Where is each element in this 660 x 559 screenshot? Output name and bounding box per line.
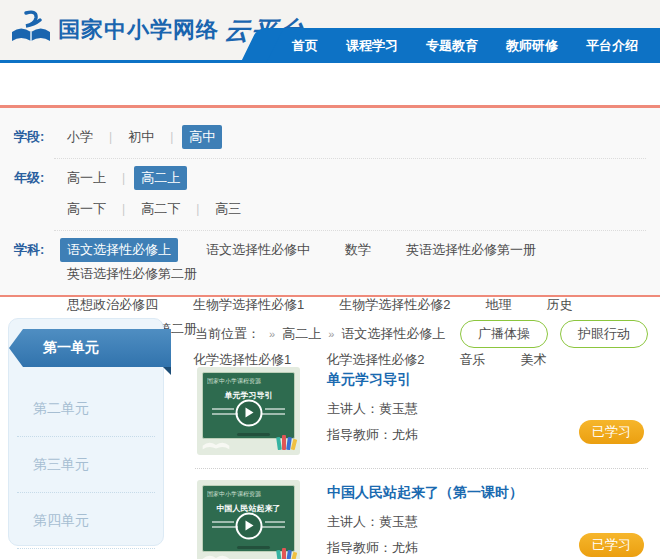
subject-options-line1: | 语文选择性必修上 | 语文选择性必修中 | 数学	[60, 238, 646, 286]
nav-item[interactable]: 课程学习	[332, 37, 412, 55]
sidebar-unit-item[interactable]: 第四单元	[17, 493, 155, 549]
lecturer-name: 黄玉慧	[379, 514, 418, 529]
grade-options-line1: | 高一上 | 高二上	[60, 166, 646, 190]
chalk-text-line	[212, 408, 234, 410]
subject-option: | 英语选择性必修第二册	[60, 262, 204, 286]
nav-item[interactable]: 教师研修	[492, 37, 572, 55]
unit-label: 第二单元	[33, 400, 89, 418]
subject-option: | 生物学选择性必修1	[186, 293, 311, 317]
subject-chip[interactable]: 数学	[338, 238, 378, 262]
subject-option: | 思想政治必修四	[60, 293, 165, 317]
subject-chip[interactable]: 英语选择性必修第二册	[60, 262, 204, 286]
action-pill-button[interactable]: 广播体操	[460, 320, 548, 348]
stage-chip[interactable]: 小学	[60, 125, 100, 149]
breadcrumb-arrow: »	[269, 328, 275, 340]
subject-option: | 生物学选择性必修2	[332, 293, 457, 317]
play-icon[interactable]	[235, 399, 262, 426]
video-advisor: 指导教师：尤炜	[327, 535, 523, 559]
video-list: 国家中小学课程资源 单元学习导引	[195, 356, 648, 559]
subject-chip[interactable]: 生物学选择性必修2	[332, 293, 457, 317]
video-info: 中国人民站起来了（第一课时） 主讲人：黄玉慧 指导教师：尤炜	[327, 480, 523, 559]
video-title[interactable]: 中国人民站起来了（第一课时）	[327, 484, 523, 502]
unit-label: 第三单元	[33, 456, 89, 474]
pipe-divider: |	[170, 130, 173, 144]
nav-item[interactable]: 首页	[278, 37, 332, 55]
stage-chip[interactable]: 高中	[182, 125, 222, 149]
thumb-header-text: 国家中小学课程资源	[207, 377, 290, 386]
chalk-text-line	[265, 408, 285, 410]
advisor-name: 尤炜	[392, 427, 418, 442]
subject-chip[interactable]: 历史	[539, 293, 579, 317]
chalk-text-line	[265, 521, 285, 523]
grade-option: | 高三	[187, 197, 248, 221]
subject-option: | 地理	[478, 293, 518, 317]
video-info: 单元学习导引 主讲人：黄玉慧 指导教师：尤炜	[327, 367, 418, 455]
pipe-divider: |	[196, 202, 199, 216]
chalk-tray	[237, 546, 270, 549]
action-pill-button[interactable]: 护眼行动	[560, 320, 648, 348]
advisor-label: 指导教师：	[327, 427, 392, 442]
nav-item[interactable]: 平台介绍	[572, 37, 652, 55]
advisor-name: 尤炜	[392, 540, 418, 555]
grade-chip[interactable]: 高一上	[60, 166, 113, 190]
stage-option: | 初中	[100, 125, 161, 149]
main-content: 当前位置： » 高二上 » 语文选择性必修上 广播体操 护眼行动	[195, 320, 648, 559]
stage-chip[interactable]: 初中	[121, 125, 161, 149]
lecturer-name: 黄玉慧	[379, 401, 418, 416]
chalk-text-line	[212, 521, 234, 523]
subject-option: | 语文选择性必修上	[60, 238, 178, 262]
breadcrumb-item[interactable]: 语文选择性必修上	[341, 325, 445, 343]
video-lecturer: 主讲人：黄玉慧	[327, 509, 523, 535]
play-icon[interactable]	[235, 512, 262, 539]
subject-label: 学科:	[14, 238, 60, 259]
chalk-tray	[237, 433, 270, 436]
video-thumbnail[interactable]: 国家中小学课程资源 单元学习导引	[197, 367, 300, 455]
video-thumbnail[interactable]: 国家中小学课程资源 中国人民站起来了	[197, 480, 300, 559]
grade-chip[interactable]: 高一下	[60, 197, 113, 221]
video-advisor: 指导教师：尤炜	[327, 422, 418, 448]
video-lecturer: 主讲人：黄玉慧	[327, 396, 418, 422]
grade-chip[interactable]: 高三	[208, 197, 248, 221]
nav-item[interactable]: 专题教育	[412, 37, 492, 55]
pipe-divider: |	[109, 130, 112, 144]
ribbon-fold	[163, 367, 171, 375]
logo-book-bird-icon	[10, 10, 52, 50]
subject-chip[interactable]: 语文选择性必修上	[60, 238, 178, 262]
logo-text: 国家中小学网络	[58, 15, 219, 45]
video-title[interactable]: 单元学习导引	[327, 371, 418, 389]
sidebar-unit-item[interactable]: 第一单元	[9, 329, 171, 367]
grade-chip[interactable]: 高二上	[134, 166, 187, 190]
unit-label: 第四单元	[33, 512, 89, 530]
sidebar-unit-item[interactable]: 第二单元	[17, 381, 155, 437]
stage-option: | 高中	[161, 125, 222, 149]
pipe-divider: |	[122, 202, 125, 216]
subject-chip[interactable]: 语文选择性必修中	[199, 238, 317, 262]
filter-panel: 学段: | 小学 | 初中 |	[0, 105, 660, 297]
status-badge-learned: 已学习	[579, 420, 644, 444]
sidebar-unit-item[interactable]: 第三单元	[17, 437, 155, 493]
subject-option: | 语文选择性必修中	[199, 238, 317, 262]
subject-option: | 历史	[539, 293, 579, 317]
thumb-header-text: 国家中小学课程资源	[207, 490, 290, 499]
lecturer-label: 主讲人：	[327, 514, 379, 529]
subject-option: | 数学	[338, 238, 378, 262]
breadcrumb-arrow: »	[328, 328, 334, 340]
unit-sidebar: 第一单元 第二单元 第三单元 第四单元	[8, 318, 164, 546]
status-badge-learned: 已学习	[579, 533, 644, 557]
topbar: 当前位置： » 高二上 » 语文选择性必修上 广播体操 护眼行动	[195, 320, 648, 348]
subject-chip[interactable]: 地理	[478, 293, 518, 317]
action-buttons: 广播体操 护眼行动	[460, 320, 648, 348]
header: 国家中小学网络 云平台 首页 课程学习 专题教育 教师研修 平台介绍	[0, 0, 660, 63]
breadcrumb-item[interactable]: 高二上	[282, 325, 321, 343]
grade-chip[interactable]: 高二下	[134, 197, 187, 221]
lecturer-label: 主讲人：	[327, 401, 379, 416]
subject-chip[interactable]: 英语选择性必修第一册	[399, 238, 543, 262]
grade-option: | 高一下	[60, 197, 113, 221]
breadcrumb-label: 当前位置：	[195, 325, 260, 343]
filter-row-grade: 年级: | 高一上 | 高二上	[14, 159, 646, 230]
subject-chip[interactable]: 思想政治必修四	[60, 293, 165, 317]
books-stack-icon	[277, 548, 296, 559]
subject-chip[interactable]: 生物学选择性必修1	[186, 293, 311, 317]
stage-options: | 小学 | 初中 | 高中	[60, 125, 646, 149]
pipe-divider: |	[122, 171, 125, 185]
